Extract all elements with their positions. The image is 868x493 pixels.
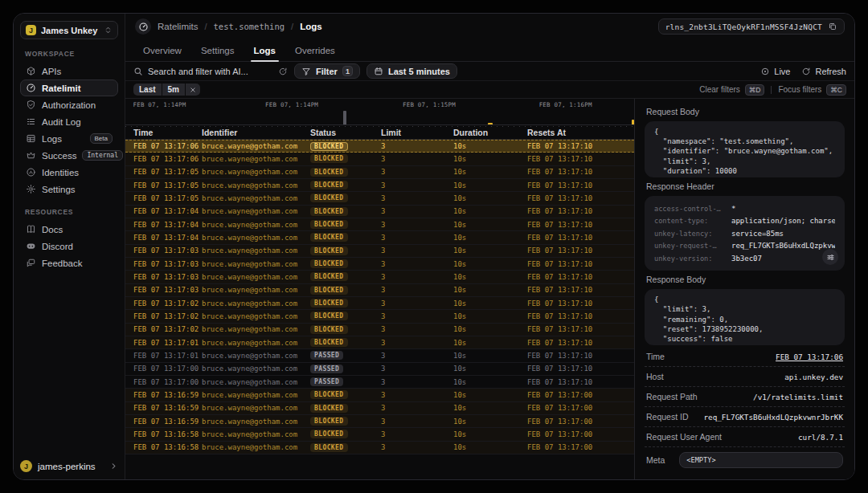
sidebar-item-identities[interactable]: Identities <box>20 164 118 181</box>
cell-limit: 3 <box>381 378 453 386</box>
log-row[interactable]: FEB 07 13:16:59bruce.wayne@gotham.comBLO… <box>125 402 634 415</box>
sidebar-item-authorization[interactable]: Authorization <box>20 96 118 113</box>
breadcrumb-namespace[interactable]: test.something <box>214 22 285 31</box>
log-row[interactable]: FEB 07 13:17:06bruce.wayne@gotham.comBLO… <box>125 153 634 165</box>
refresh-button[interactable]: Refresh <box>801 67 846 76</box>
code-line: "duration": 10000 <box>654 166 835 176</box>
status-badge: BLOCKED <box>310 154 348 163</box>
sidebar-item-ratelimit[interactable]: Ratelimit <box>20 79 118 96</box>
log-row[interactable]: FEB 07 13:16:59bruce.wayne@gotham.comBLO… <box>125 415 634 428</box>
log-row[interactable]: FEB 07 13:17:02bruce.wayne@gotham.comBLO… <box>125 324 634 336</box>
query-history-icon[interactable] <box>278 67 288 76</box>
log-row[interactable]: FEB 07 13:17:03bruce.wayne@gotham.comBLO… <box>125 245 634 258</box>
log-row[interactable]: FEB 07 13:16:58bruce.wayne@gotham.comBLO… <box>125 442 634 454</box>
clear-filters-label[interactable]: Clear filters <box>699 85 740 94</box>
chart-axis-tick: FEB 07, 1:16PM <box>539 101 592 108</box>
focus-filters-label[interactable]: Focus filters <box>778 85 821 94</box>
live-toggle[interactable]: Live <box>760 67 790 76</box>
cell-identifier: bruce.wayne@gotham.com <box>202 312 310 320</box>
code-line: "success": false <box>654 334 835 344</box>
sidebar-item-logs[interactable]: LogsBeta <box>20 130 118 147</box>
cell-limit: 3 <box>381 391 453 399</box>
log-row[interactable]: FEB 07 13:17:00bruce.wayne@gotham.comPAS… <box>125 376 634 389</box>
log-row[interactable]: FEB 07 13:16:58bruce.wayne@gotham.comBLO… <box>125 428 634 441</box>
log-row[interactable]: FEB 07 13:17:03bruce.wayne@gotham.comBLO… <box>125 284 634 297</box>
cell-resets-at: FEB 07 13:17:10 <box>527 221 634 229</box>
status-badge: BLOCKED <box>310 404 348 413</box>
sidebar-item-feedback[interactable]: Feedback <box>20 255 118 271</box>
cell-resets-at: FEB 07 13:17:10 <box>527 155 634 163</box>
filter-pill-field[interactable]: Last <box>133 84 162 96</box>
log-row[interactable]: FEB 07 13:17:02bruce.wayne@gotham.comBLO… <box>125 297 634 310</box>
tab-logs[interactable]: Logs <box>246 39 284 61</box>
search-box[interactable] <box>133 67 272 76</box>
remove-filter-icon[interactable] <box>186 84 200 96</box>
cell-time: FEB 07 13:17:06 <box>133 142 202 150</box>
sidebar-item-success[interactable]: SuccessInternal <box>20 147 118 164</box>
tab-overrides[interactable]: Overrides <box>287 39 343 61</box>
copy-icon[interactable] <box>828 22 837 31</box>
log-row[interactable]: FEB 07 13:17:01bruce.wayne@gotham.comBLO… <box>125 336 634 349</box>
cell-status: BLOCKED <box>310 417 381 426</box>
log-row[interactable]: FEB 07 13:17:02bruce.wayne@gotham.comBLO… <box>125 310 634 323</box>
user-menu[interactable]: J james-perkins <box>20 460 118 472</box>
cell-limit: 3 <box>381 260 453 268</box>
log-row[interactable]: FEB 07 13:17:06bruce.wayne@gotham.comBLO… <box>125 140 634 153</box>
status-badge: BLOCKED <box>310 220 348 229</box>
section-title-response-header: Response Header <box>646 181 843 191</box>
cell-identifier: bruce.wayne@gotham.com <box>202 194 310 202</box>
cell-limit: 3 <box>381 168 453 176</box>
section-title-request-body: Request Body <box>646 107 843 116</box>
sidebar-badge: Internal <box>82 150 123 161</box>
log-row[interactable]: FEB 07 13:17:03bruce.wayne@gotham.comBLO… <box>125 271 634 283</box>
workspace-switcher[interactable]: J James Unkey <box>20 21 118 39</box>
cell-duration: 10s <box>453 181 527 189</box>
log-row[interactable]: FEB 07 13:17:01bruce.wayne@gotham.comPAS… <box>125 349 634 362</box>
code-line: { <box>654 127 835 136</box>
section-title-response-body: Response Body <box>646 275 843 284</box>
namespace-id-pill[interactable]: rlns_2nbt3LiTQeOykRF1nMSSF4JzNQCT <box>658 18 845 35</box>
filter-pill-value[interactable]: 5m <box>162 84 185 96</box>
chart-bar-blocked <box>632 120 634 124</box>
log-row[interactable]: FEB 07 13:17:04bruce.wayne@gotham.comBLO… <box>125 231 634 244</box>
sidebar-section-title: WORKSPACE <box>25 50 113 58</box>
code-line: "identifier": "bruce.wayne@gotham.com", <box>654 146 835 156</box>
log-row[interactable]: FEB 07 13:17:05bruce.wayne@gotham.comBLO… <box>125 179 634 192</box>
log-row[interactable]: FEB 07 13:17:03bruce.wayne@gotham.comBLO… <box>125 258 634 271</box>
log-row[interactable]: FEB 07 13:17:05bruce.wayne@gotham.comBLO… <box>125 166 634 179</box>
status-badge: BLOCKED <box>310 430 348 438</box>
code-line: "reset": 1738952230000, <box>654 324 835 334</box>
sidebar-item-label: Discord <box>42 242 73 251</box>
tab-bar: OverviewSettingsLogsOverrides <box>125 39 854 62</box>
sidebar-item-audit-log[interactable]: Audit Log <box>20 113 118 130</box>
cell-limit: 3 <box>381 207 453 215</box>
log-row[interactable]: FEB 07 13:17:04bruce.wayne@gotham.comBLO… <box>125 206 634 218</box>
sidebar-item-discord[interactable]: Discord <box>20 238 118 255</box>
header-value: req_FL7GKTsB6uHxdLQzpkvwnrJbrKK <box>731 242 835 250</box>
filter-button[interactable]: Filter 1 <box>294 63 360 79</box>
cell-identifier: bruce.wayne@gotham.com <box>202 365 310 373</box>
sidebar-item-apis[interactable]: APIs <box>20 63 118 79</box>
cell-identifier: bruce.wayne@gotham.com <box>202 168 310 176</box>
log-row[interactable]: FEB 07 13:17:00bruce.wayne@gotham.comPAS… <box>125 363 634 376</box>
format-toggle-button[interactable] <box>822 249 838 265</box>
time-range-button[interactable]: Last 5 minutes <box>366 63 457 79</box>
desktop-background: J James Unkey WORKSPACEAPIsRatelimitAuth… <box>0 0 868 493</box>
chevrons-up-down-icon <box>104 26 113 35</box>
events-timeline-chart[interactable]: FEB 07, 1:14PMFEB 07, 1:14PMFEB 07, 1:15… <box>125 99 634 125</box>
log-row[interactable]: FEB 07 13:17:04bruce.wayne@gotham.comBLO… <box>125 218 634 231</box>
log-row[interactable]: FEB 07 13:16:59bruce.wayne@gotham.comBLO… <box>125 389 634 401</box>
workspace-name: James Unkey <box>41 26 99 35</box>
table-header: TimeIdentifierStatusLimitDurationResets … <box>125 125 634 140</box>
search-input[interactable] <box>148 67 267 76</box>
status-badge: BLOCKED <box>310 443 348 452</box>
header-row: content-type:application/json; charset=U… <box>654 214 835 227</box>
sidebar-item-settings[interactable]: Settings <box>20 181 118 198</box>
sidebar-badge: Beta <box>90 133 113 144</box>
tab-overview[interactable]: Overview <box>135 39 190 61</box>
tab-settings[interactable]: Settings <box>193 39 243 61</box>
sidebar-item-docs[interactable]: Docs <box>20 221 118 238</box>
log-row[interactable]: FEB 07 13:17:05bruce.wayne@gotham.comBLO… <box>125 192 634 205</box>
breadcrumb-ratelimits[interactable]: Ratelimits <box>158 22 198 31</box>
cell-resets-at: FEB 07 13:17:10 <box>527 194 634 202</box>
